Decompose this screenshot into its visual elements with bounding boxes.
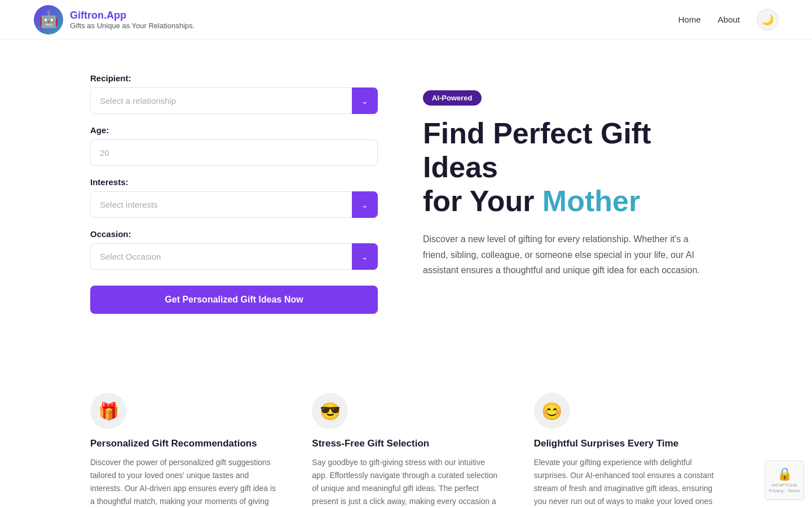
age-group: Age: [90, 125, 378, 166]
gift-icon: 🎁 [90, 393, 126, 429]
brand-logo[interactable]: 🤖 Giftron.App Gifts as Unique as Your Re… [34, 5, 195, 34]
logo-icon: 🤖 [34, 5, 63, 34]
navbar: 🤖 Giftron.App Gifts as Unique as Your Re… [0, 0, 812, 40]
interests-label: Interests: [90, 177, 378, 187]
feature-title-stress-free: Stress-Free Gift Selection [312, 438, 500, 449]
hero-title-line2-plain: for Your [423, 185, 542, 217]
brand-subtitle: Gifts as Unique as Your Relationships. [70, 21, 195, 30]
hero-title-line1: Find Perfect Gift Ideas [423, 117, 651, 183]
hero-description: Discover a new level of gifting for ever… [423, 231, 705, 278]
ai-badge: AI-Powered [423, 90, 482, 106]
recipient-group: Recipient: Select a relationship Mother … [90, 73, 378, 114]
brand-title: Giftron.App [70, 10, 195, 21]
occasion-group: Occasion: Select Occasion Birthday Chris… [90, 229, 378, 270]
nav-links: Home About 🌙 [678, 9, 778, 30]
interests-select[interactable]: Select interests Cooking Reading Sports … [90, 191, 378, 218]
recaptcha-widget: 🔒 reCAPTCHAPrivacy - Terms [765, 461, 804, 500]
feature-desc-personalized: Discover the power of personalized gift … [90, 456, 278, 508]
age-input[interactable] [90, 139, 378, 166]
nav-link-about[interactable]: About [718, 15, 740, 24]
occasion-select-wrapper: Select Occasion Birthday Christmas Anniv… [90, 243, 378, 270]
age-label: Age: [90, 125, 378, 135]
feature-desc-stress-free: Say goodbye to gift-giving stress with o… [312, 456, 500, 508]
feature-title-delightful: Delightful Surprises Every Time [534, 438, 722, 449]
feature-title-personalized: Personalized Gift Recommendations [90, 438, 278, 449]
cool-face-icon: 😎 [312, 393, 348, 429]
moon-icon: 🌙 [761, 14, 774, 26]
smile-face-icon: 😊 [534, 393, 570, 429]
features-section: 🎁 Personalized Gift Recommendations Disc… [0, 359, 812, 508]
recipient-select-wrapper: Select a relationship Mother Father Frie… [90, 87, 378, 114]
hero-text-panel: AI-Powered Find Perfect Gift Ideas for Y… [423, 73, 722, 278]
recipient-select[interactable]: Select a relationship Mother Father Frie… [90, 87, 378, 114]
interests-select-wrapper: Select interests Cooking Reading Sports … [90, 191, 378, 218]
dark-mode-toggle[interactable]: 🌙 [757, 9, 778, 30]
occasion-select[interactable]: Select Occasion Birthday Christmas Anniv… [90, 243, 378, 270]
hero-title-accent: Mother [542, 185, 640, 217]
hero-title: Find Perfect Gift Ideas for Your Mother [423, 117, 722, 218]
hero-section: Recipient: Select a relationship Mother … [0, 40, 812, 359]
feature-desc-delightful: Elevate your gifting experience with del… [534, 456, 722, 508]
logo-text: Giftron.App Gifts as Unique as Your Rela… [70, 10, 195, 30]
occasion-label: Occasion: [90, 229, 378, 239]
recipient-label: Recipient: [90, 73, 378, 83]
feature-card-personalized: 🎁 Personalized Gift Recommendations Disc… [90, 393, 278, 508]
recaptcha-logo: 🔒 [777, 467, 792, 481]
feature-card-stress-free: 😎 Stress-Free Gift Selection Say goodbye… [312, 393, 500, 508]
nav-link-home[interactable]: Home [678, 15, 701, 24]
interests-group: Interests: Select interests Cooking Read… [90, 177, 378, 218]
submit-button[interactable]: Get Personalized Gift Ideas Now [90, 286, 378, 314]
gift-form: Recipient: Select a relationship Mother … [90, 73, 378, 314]
feature-card-delightful: 😊 Delightful Surprises Every Time Elevat… [534, 393, 722, 508]
